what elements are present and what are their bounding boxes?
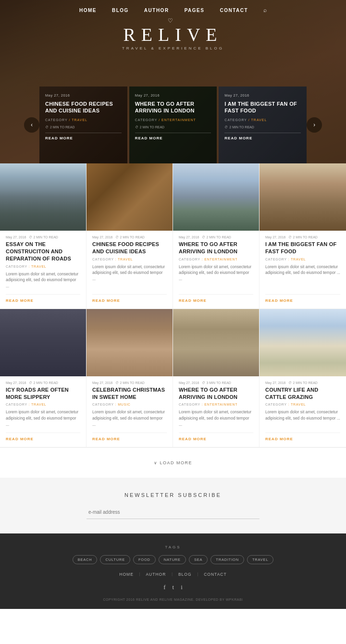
footer-nav-blog[interactable]: BLOG (173, 572, 198, 577)
facebook-icon[interactable]: f (163, 583, 165, 591)
blog-card-image-3 (173, 163, 259, 231)
blog-card-2: May 27, 2016 ⏱2 MIN TO READ CHINESE FOOD… (86, 163, 173, 309)
slider-card-1: May 27, 2016 CHINESE FOOD RECIPES AND CU… (39, 87, 127, 163)
nav-author[interactable]: AUTHOR (144, 8, 169, 13)
footer-tag-travel[interactable]: TRAVEL (247, 555, 273, 564)
footer-tag-food[interactable]: FOOD (133, 555, 156, 564)
blog-meta-8: May 27, 2016 ⏱2 MIN TO READ (265, 381, 340, 384)
footer-nav-author[interactable]: AUTHOR (140, 572, 172, 577)
blog-meta-1: May 27, 2016 ⏱2 MIN TO READ (6, 235, 80, 239)
footer-tag-nature[interactable]: NATURE (159, 555, 186, 564)
blog-card-image-6 (86, 309, 173, 376)
footer-tag-sea[interactable]: SEA (189, 555, 208, 564)
footer: TAGS BEACH CULTURE FOOD NATURE SEA TRADI… (0, 533, 346, 609)
valley-image (173, 163, 259, 231)
blog-card-image-1 (0, 163, 86, 231)
instagram-icon[interactable]: i (181, 583, 183, 591)
blog-divider-4 (265, 294, 340, 295)
blog-meta-7: May 27, 2016 ⏱3 MIN TO READ (179, 381, 253, 384)
blog-date-2: May 27, 2016 (92, 235, 112, 239)
slider-card-3: May 27, 2016 I AM THE BIGGEST FAN OF FAS… (219, 87, 307, 163)
footer-social: f t i (0, 583, 346, 591)
newsletter-title: NEWSLETTER SUBSCRIBE (0, 492, 346, 498)
blog-category-7[interactable]: CATEGORY : ENTERTAINMENT (179, 403, 253, 406)
footer-nav-home[interactable]: HOME (113, 572, 139, 577)
card-date-3: May 27, 2016 (224, 93, 301, 98)
blog-readmore-3[interactable]: READ MORE (179, 298, 253, 303)
hero-section: HOME BLOG AUTHOR PAGES CONTACT ⌕ RELIVE … (0, 0, 346, 163)
blog-meta-4: May 27, 2016 ⏱2 MIN TO READ (265, 235, 340, 239)
blog-readmore-7[interactable]: READ MORE (179, 437, 253, 441)
blog-category-1[interactable]: CATEGORY : TRAVEL (6, 265, 80, 268)
blog-excerpt-2: Lorem ipsum dolor sit amet, consectetur … (92, 264, 167, 289)
blog-divider-3 (179, 294, 253, 295)
footer-nav: HOME | AUTHOR | BLOG | CONTACT (0, 572, 346, 577)
blog-title-2: CHINESE FOOD RECIPES AND CUISINE IDEAS (92, 241, 167, 255)
blog-card-3: May 27, 2016 ⏱2 MIN TO READ WHERE TO GO … (173, 163, 260, 309)
blog-card-content-6: May 27, 2016 ⏱2 MIN TO READ CELEBRATING … (86, 376, 173, 447)
blog-category-5[interactable]: CATEGORY : TRAVEL (6, 403, 80, 406)
twitter-icon[interactable]: t (173, 583, 174, 591)
blog-meta-6: May 27, 2016 ⏱2 MIN TO READ (92, 381, 167, 384)
blog-category-6[interactable]: CATEGORY : MUSIC (92, 403, 167, 406)
card-read-more-3[interactable]: READ MORE (224, 136, 301, 140)
blog-readmore-2[interactable]: READ MORE (92, 298, 167, 303)
blog-category-8[interactable]: CATEGORY : TRAVEL (265, 403, 340, 406)
blog-category-3[interactable]: CATEGORY : ENTERTAINMENT (179, 258, 253, 261)
blog-excerpt-8: Lorem ipsum dolor sit amet, consectetur … (265, 409, 340, 427)
nav-pages[interactable]: PAGES (185, 8, 205, 13)
blog-category-4[interactable]: CATEGORY : TRAVEL (265, 258, 340, 261)
blog-excerpt-5: Lorem ipsum dolor sit amet, consectetur … (6, 409, 80, 427)
blog-card-8: May 27, 2016 ⏱2 MIN TO READ COUNTRY LIFE… (260, 309, 346, 447)
card-read-more-1[interactable]: READ MORE (45, 136, 122, 140)
nav-contact[interactable]: CONTACT (220, 8, 248, 13)
blog-excerpt-1: Lorem ipsum dolor sit amet, consectetur … (6, 271, 80, 289)
card-read-time-1: ⏱2 MIN TO READ (45, 125, 122, 129)
nav-home[interactable]: HOME (79, 8, 97, 13)
footer-copyright: COPYRIGHT 2016 RELIVE AND RELIVE MAGAZIN… (0, 598, 346, 601)
blog-readtime-6: ⏱2 MIN TO READ (115, 381, 144, 384)
card-read-time-3: ⏱2 MIN TO READ (224, 125, 301, 129)
blog-readmore-6[interactable]: READ MORE (92, 437, 167, 441)
slider-section: ‹ May 27, 2016 CHINESE FOOD RECIPES AND … (0, 87, 346, 163)
footer-tag-culture[interactable]: CULTURE (100, 555, 130, 564)
slider-prev[interactable]: ‹ (24, 117, 39, 133)
blog-divider-7 (179, 433, 253, 433)
search-icon[interactable]: ⌕ (263, 7, 267, 14)
blog-readmore-4[interactable]: READ MORE (265, 298, 340, 303)
blog-category-2[interactable]: CATEGORY : TRAVEL (92, 258, 167, 261)
card-read-time-2: ⏱2 MIN TO READ (135, 125, 211, 129)
blog-title-1: ESSAY ON THE CONSTRUCITON AND REPARATION… (6, 241, 80, 262)
blog-grid: May 27, 2016 ⏱2 MIN TO READ ESSAY ON THE… (0, 163, 346, 447)
card-category-2[interactable]: CATEGORY / ENTERTAINMENT (135, 118, 211, 122)
blog-readtime-7: ⏱3 MIN TO READ (202, 381, 231, 384)
blog-readmore-5[interactable]: READ MORE (6, 437, 80, 441)
blog-date-1: May 27, 2016 (6, 235, 26, 239)
blog-title-8: COUNTRY LIFE AND CATTLE GRAZING (265, 386, 340, 401)
blog-card-1: May 27, 2016 ⏱2 MIN TO READ ESSAY ON THE… (0, 163, 86, 309)
card-title-3: I AM THE BIGGEST FAN OF FAST FOOD (224, 100, 301, 114)
slider-card-2: May 27, 2016 WHERE TO GO AFTER ARRIVING … (129, 87, 217, 163)
blog-meta-3: May 27, 2016 ⏱2 MIN TO READ (179, 235, 253, 239)
load-more-button[interactable]: LOAD MORE (154, 460, 192, 465)
person-image (260, 163, 346, 231)
card-divider-2 (135, 133, 211, 133)
card-category-1[interactable]: CATEGORY / TRAVEL (45, 118, 122, 122)
blog-card-content-2: May 27, 2016 ⏱2 MIN TO READ CHINESE FOOD… (86, 231, 173, 309)
blog-date-3: May 27, 2016 (179, 235, 199, 239)
footer-nav-contact[interactable]: CONTACT (198, 572, 232, 577)
footer-tag-tradition[interactable]: TRADITION (210, 555, 244, 564)
blog-excerpt-3: Lorem ipsum dolor sit amet, consectetur … (179, 264, 253, 289)
card-category-3[interactable]: CATEGORY / TRAVEL (224, 118, 301, 122)
card-read-more-2[interactable]: READ MORE (135, 136, 211, 140)
footer-tag-beach[interactable]: BEACH (73, 555, 98, 564)
nav-blog[interactable]: BLOG (112, 8, 129, 13)
slider-next[interactable]: › (307, 117, 322, 133)
blog-readmore-1[interactable]: READ MORE (6, 298, 80, 303)
blog-readmore-8[interactable]: READ MORE (265, 437, 340, 441)
newsletter-email-input[interactable] (86, 506, 260, 519)
sheep-image (260, 309, 346, 376)
blog-meta-2: May 27, 2016 ⏱2 MIN TO READ (92, 235, 167, 239)
logo-container: RELIVE TRAVEL & EXPERIENCE BLOG (0, 24, 346, 50)
blog-readtime-5: ⏱2 MIN TO READ (29, 381, 58, 384)
